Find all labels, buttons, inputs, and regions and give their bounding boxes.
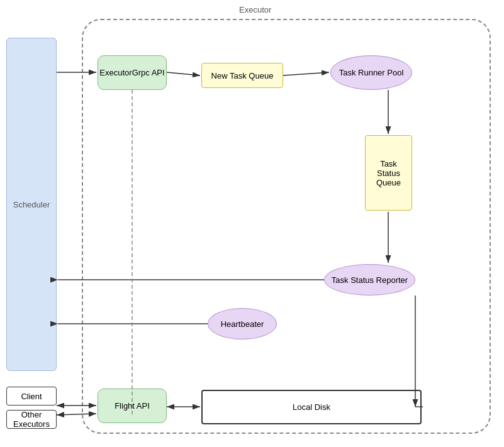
executor-grpc-label: ExecutorGrpc API <box>99 68 164 77</box>
local-disk-label: Local Disk <box>293 402 330 412</box>
scheduler-node: Scheduler <box>6 38 57 371</box>
executor-boundary-label: Executor <box>239 5 271 14</box>
heartbeater-node: Heartbeater <box>208 308 277 339</box>
new-task-queue-node: New Task Queue <box>201 63 283 88</box>
flight-api-node: Flight API <box>98 389 167 423</box>
task-runner-pool-label: Task Runner Pool <box>339 68 404 77</box>
scheduler-label: Scheduler <box>13 200 50 209</box>
new-task-queue-label: New Task Queue <box>211 71 274 80</box>
client-label: Client <box>21 392 42 401</box>
executor-grpc-node: ExecutorGrpc API <box>98 55 167 90</box>
diagram: Executor Scheduler ExecutorGrpc API New … <box>0 0 504 447</box>
other-executors-node: Other Executors <box>6 410 57 429</box>
other-executors-label: Other Executors <box>7 410 56 429</box>
task-status-queue-node: Task Status Queue <box>365 135 412 211</box>
task-status-reporter-node: Task Status Reporter <box>324 264 415 295</box>
local-disk-node: Local Disk <box>201 390 422 424</box>
task-runner-pool-node: Task Runner Pool <box>330 55 412 90</box>
task-status-reporter-label: Task Status Reporter <box>332 275 408 285</box>
flight-api-label: Flight API <box>115 401 150 411</box>
heartbeater-label: Heartbeater <box>221 319 264 329</box>
task-status-queue-label: Task Status Queue <box>376 159 401 187</box>
client-node: Client <box>6 387 57 406</box>
